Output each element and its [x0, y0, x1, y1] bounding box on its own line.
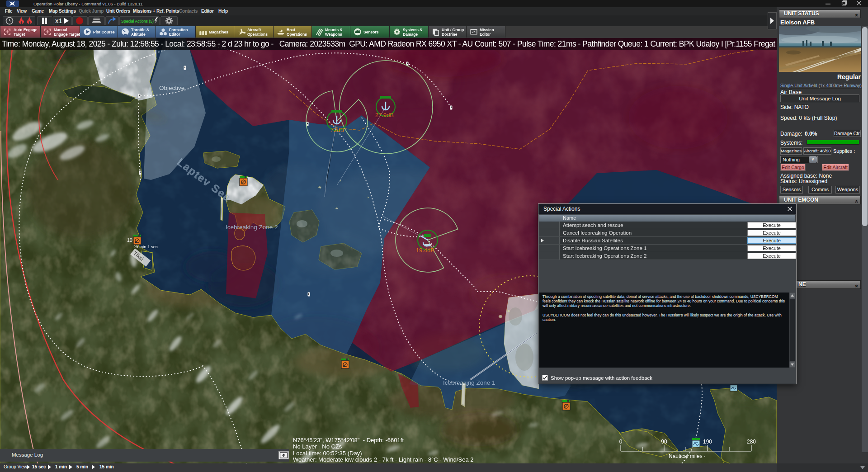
- svg-text:0: 0: [619, 439, 623, 445]
- svg-text:280: 280: [747, 439, 756, 445]
- svg-text:Icebreaking Zone 2: Icebreaking Zone 2: [226, 224, 278, 231]
- svg-text:x1: x1: [55, 17, 62, 24]
- svg-text:19.4dB: 19.4dB: [416, 247, 434, 254]
- svg-text:Objective: Objective: [159, 85, 184, 91]
- svg-text:Icebreaking Zone 1: Icebreaking Zone 1: [443, 379, 495, 386]
- svg-text:27.9dB: 27.9dB: [375, 112, 394, 118]
- svg-text:72dB: 72dB: [330, 127, 344, 133]
- svg-text:10: 10: [127, 237, 132, 243]
- svg-text:Special Actions (5): Special Actions (5): [121, 19, 154, 24]
- svg-text:190: 190: [703, 439, 712, 445]
- svg-text:29 min 1 sec: 29 min 1 sec: [133, 244, 158, 249]
- svg-text:Nautical miles ·: Nautical miles ·: [669, 453, 706, 459]
- svg-text:90: 90: [661, 439, 667, 445]
